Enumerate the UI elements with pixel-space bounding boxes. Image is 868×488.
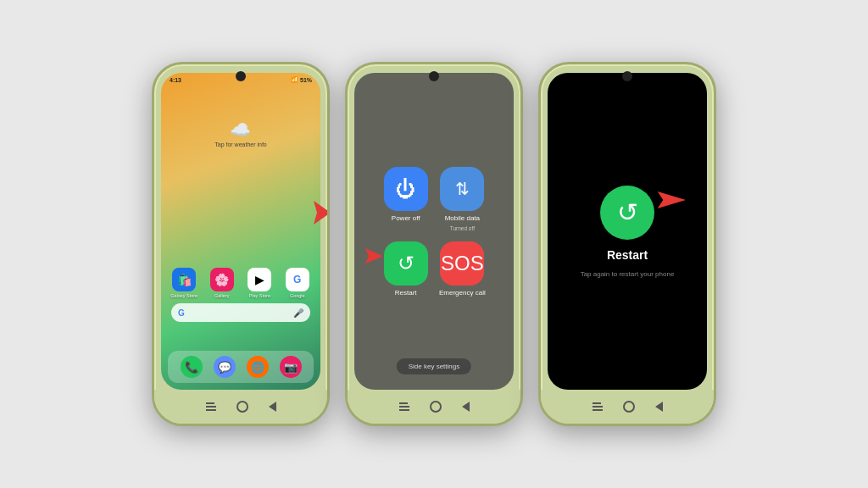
phone-2-screen: ⏻ Power off ⇅ Mobile data Turned off ↺ R… — [354, 73, 514, 390]
gallery-label: Gallery — [214, 293, 229, 298]
back-icon[interactable] — [462, 402, 470, 412]
recents-icon[interactable] — [206, 402, 216, 411]
play-store-icon: ▶ — [248, 268, 271, 291]
arrow-indicator-3 — [648, 187, 690, 213]
phone-1-nav-bar — [154, 390, 327, 424]
home-icon[interactable] — [623, 401, 635, 413]
svg-marker-2 — [658, 191, 686, 208]
google-label: Google — [290, 293, 305, 298]
dock-phone-icon[interactable]: 📞 — [181, 356, 203, 378]
battery-text: 51% — [300, 77, 312, 83]
phone-1-vol-down — [327, 208, 330, 242]
side-key-label: Side key settings — [409, 363, 459, 370]
phone-1-screen: 4:13 📶 51% ☁️ Tap for weather info 🛍️ Ga… — [161, 73, 320, 390]
restart-confirm-icon[interactable]: ↺ — [600, 186, 654, 240]
emergency-call-label: Emergency call — [439, 289, 486, 297]
wifi-icon: 📶 — [291, 76, 298, 83]
dock: 📞 💬 🌐 📷 — [168, 351, 314, 383]
side-key-settings-button[interactable]: Side key settings — [397, 358, 471, 374]
power-off-label: Power off — [392, 214, 420, 222]
google-logo: G — [178, 308, 185, 318]
back-icon[interactable] — [269, 402, 276, 412]
mobile-data-button[interactable]: ⇅ Mobile data Turned off — [439, 167, 486, 231]
play-store-label: Play Store — [249, 293, 270, 298]
phone-3-camera — [622, 71, 632, 81]
mobile-data-icon: ⇅ — [440, 167, 484, 211]
weather-icon: ☁️ — [214, 119, 266, 140]
list-item[interactable]: ▶ Play Store — [243, 268, 276, 298]
search-bar[interactable]: G 🎤 — [171, 303, 310, 322]
dock-messages-icon[interactable]: 💬 — [214, 356, 236, 378]
dock-browser-icon[interactable]: 🌐 — [247, 356, 269, 378]
gallery-icon: 🌸 — [210, 268, 234, 291]
recents-icon[interactable] — [593, 402, 603, 411]
list-item[interactable]: G Google — [281, 268, 314, 298]
weather-text: Tap for weather info — [214, 141, 266, 147]
galaxy-store-icon: 🛍️ — [172, 268, 196, 291]
phone-1-vol-up — [327, 166, 330, 200]
back-icon[interactable] — [655, 402, 663, 412]
dock-camera-icon[interactable]: 📷 — [280, 356, 302, 378]
restart-confirm-title: Restart — [607, 248, 648, 262]
power-off-icon: ⏻ — [384, 167, 428, 211]
status-icons: 📶 51% — [291, 76, 312, 83]
arrow-indicator-2 — [357, 241, 387, 271]
google-icon: G — [286, 268, 309, 291]
power-menu: ⏻ Power off ⇅ Mobile data Turned off ↺ R… — [369, 153, 498, 310]
list-item[interactable]: 🛍️ Galaxy Store — [168, 268, 201, 298]
phone-3-screen: ↺ Restart Tap again to restart your phon… — [548, 73, 707, 390]
restart-label: Restart — [395, 289, 417, 297]
mobile-data-sublabel: Turned off — [450, 225, 475, 231]
emergency-call-icon: SOS — [440, 241, 484, 286]
phone-1-homescreen: 4:13 📶 51% ☁️ Tap for weather info 🛍️ Ga… — [161, 73, 320, 390]
phone-2: ⏻ Power off ⇅ Mobile data Turned off ↺ R… — [345, 62, 523, 426]
phone-2-camera — [429, 71, 439, 81]
mobile-data-label: Mobile data — [445, 214, 480, 222]
restart-icon: ↺ — [384, 241, 428, 286]
phone-3-nav-bar — [541, 390, 714, 424]
home-icon[interactable] — [236, 401, 248, 413]
phone-1: 4:13 📶 51% ☁️ Tap for weather info 🛍️ Ga… — [152, 62, 330, 426]
galaxy-store-label: Galaxy Store — [170, 293, 198, 298]
power-menu-screen: ⏻ Power off ⇅ Mobile data Turned off ↺ R… — [354, 73, 514, 390]
home-icon[interactable] — [430, 401, 442, 413]
restart-confirm-screen: ↺ Restart Tap again to restart your phon… — [548, 73, 707, 390]
phone-1-camera — [236, 71, 246, 81]
power-off-button[interactable]: ⏻ Power off — [382, 167, 429, 231]
list-item[interactable]: 🌸 Gallery — [206, 268, 239, 298]
mic-icon: 🎤 — [293, 308, 303, 318]
phone-3: ↺ Restart Tap again to restart your phon… — [538, 62, 716, 426]
app-grid: 🛍️ Galaxy Store 🌸 Gallery ▶ Play Store G… — [168, 268, 314, 298]
status-time: 4:13 — [170, 77, 181, 83]
phone-2-nav-bar — [348, 390, 520, 424]
restart-confirm-subtitle: Tap again to restart your phone — [581, 270, 675, 278]
restart-button[interactable]: ↺ Restart — [382, 241, 429, 297]
svg-marker-1 — [365, 248, 383, 263]
weather-widget: ☁️ Tap for weather info — [214, 119, 266, 147]
emergency-call-button[interactable]: SOS Emergency call — [439, 241, 486, 297]
recents-icon[interactable] — [399, 402, 409, 411]
